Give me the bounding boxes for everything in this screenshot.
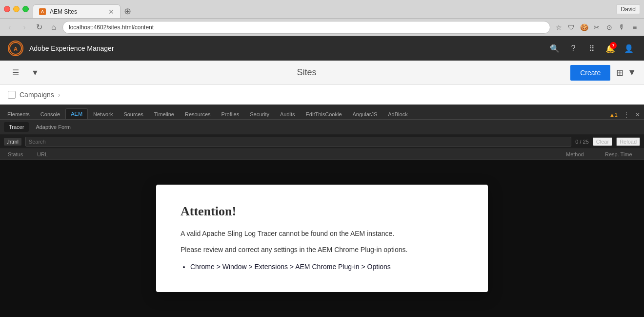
subtab-tracer[interactable]: Tracer: [4, 122, 29, 132]
view-columns-icon[interactable]: ⊞: [616, 67, 624, 78]
breadcrumb-checkbox[interactable]: [8, 91, 16, 99]
menu-icon[interactable]: ≡: [629, 22, 640, 33]
col-resp: Resp. Time: [601, 151, 640, 157]
devtools-more-icon[interactable]: ⋮: [622, 110, 631, 119]
address-bar-icons: ☆ 🛡 🍪 ✂ ⊙ 🎙 ≡: [553, 22, 640, 33]
emoji-icon[interactable]: 🍪: [579, 22, 589, 33]
tab-timeline[interactable]: Timeline: [149, 109, 180, 119]
tab-network[interactable]: Network: [88, 109, 118, 119]
breadcrumb-arrow-icon: ›: [58, 91, 60, 99]
notifications-icon[interactable]: 🔔 7: [603, 41, 618, 56]
devtools-content: Attention! A valid Apache Sling Log Trac…: [0, 160, 644, 317]
mic-icon[interactable]: 🎙: [617, 22, 627, 33]
create-button[interactable]: Create: [570, 65, 610, 81]
tab-security[interactable]: Security: [244, 109, 275, 119]
close-button[interactable]: [4, 6, 10, 12]
col-url: URL: [33, 151, 562, 157]
help-icon[interactable]: ?: [566, 41, 581, 56]
warning-badge: ▲1: [607, 111, 620, 119]
toolbar-title: Sites: [43, 67, 570, 78]
subtab-adaptive-form[interactable]: Adaptive Form: [31, 122, 76, 132]
back-button[interactable]: ‹: [4, 21, 16, 33]
tab-editthiscookie[interactable]: EditThisCookie: [301, 109, 347, 119]
tab-console[interactable]: Console: [35, 109, 65, 119]
devtools-panel: Elements Console AEM Network Sources Tim…: [0, 105, 644, 317]
browser-frame: A AEM Sites ✕ ⊕ David ‹ › ↻ ⌂ localhost:…: [0, 0, 644, 317]
reload-button[interactable]: Reload: [616, 137, 640, 146]
forward-button[interactable]: ›: [19, 21, 30, 33]
clear-button[interactable]: Clear: [593, 137, 612, 146]
attention-modal: Attention! A valid Apache Sling Log Trac…: [156, 185, 488, 292]
reload-button[interactable]: ↻: [33, 21, 45, 33]
col-status: Status: [4, 151, 33, 157]
shield-icon[interactable]: 🛡: [566, 22, 577, 33]
aem-logo: A: [8, 41, 23, 56]
notification-badge: 7: [610, 42, 617, 49]
address-bar: ‹ › ↻ ⌂ localhost:4602/sites.html/conten…: [0, 19, 644, 36]
minimize-button[interactable]: [13, 6, 20, 12]
info-icon[interactable]: ▼: [27, 65, 43, 81]
tab-adblock[interactable]: AdBlock: [382, 109, 413, 119]
tab-aem[interactable]: AEM: [65, 108, 88, 119]
maximize-button[interactable]: [22, 6, 29, 12]
breadcrumb-bar: Campaigns ›: [0, 85, 644, 105]
search-icon[interactable]: 🔍: [547, 41, 562, 56]
extension-icon[interactable]: ✂: [591, 22, 602, 33]
aem-header-icons: 🔍 ? ⠿ 🔔 7 👤: [547, 41, 636, 56]
aem-logo-svg: A: [9, 42, 22, 55]
new-tab-button[interactable]: ⊕: [121, 4, 134, 18]
traffic-lights: [4, 6, 29, 12]
filter-search-input[interactable]: [25, 137, 571, 147]
address-input[interactable]: localhost:4602/sites.html/content: [62, 21, 550, 34]
circle-icon[interactable]: ⊙: [604, 22, 615, 33]
svg-text:A: A: [14, 46, 18, 52]
address-text: localhost:4602/sites.html/content: [69, 24, 154, 31]
apps-icon[interactable]: ⠿: [584, 41, 599, 56]
tab-elements[interactable]: Elements: [2, 109, 35, 119]
modal-list-item: Chrome > Window > Extensions > AEM Chrom…: [190, 261, 463, 273]
devtools-tab-bar: Elements Console AEM Network Sources Tim…: [0, 105, 644, 120]
devtools-subtabs: Tracer Adaptive Form: [0, 120, 644, 134]
aem-app: A Adobe Experience Manager 🔍 ? ⠿ 🔔 7 👤 ☰…: [0, 36, 644, 317]
modal-overlay: Attention! A valid Apache Sling Log Trac…: [0, 160, 644, 317]
devtools-table-header: Status URL Method Resp. Time: [0, 149, 644, 160]
modal-title: Attention!: [181, 204, 463, 219]
browser-tab[interactable]: A AEM Sites ✕: [33, 4, 121, 18]
modal-list: Chrome > Window > Extensions > AEM Chrom…: [190, 261, 463, 273]
tab-favicon: A: [39, 8, 46, 15]
tab-title: AEM Sites: [50, 8, 77, 15]
devtools-close-icon[interactable]: ✕: [633, 110, 642, 119]
tab-sources[interactable]: Sources: [118, 109, 148, 119]
aem-header: A Adobe Experience Manager 🔍 ? ⠿ 🔔 7 👤: [0, 36, 644, 61]
tab-audits[interactable]: Audits: [275, 109, 301, 119]
user-icon[interactable]: 👤: [622, 41, 636, 56]
devtools-tabs-right: ▲1 ⋮ ✕: [607, 110, 642, 119]
tab-profiles[interactable]: Profiles: [216, 109, 245, 119]
user-badge: David: [616, 4, 640, 14]
toolbar-left: ☰ ▼: [8, 65, 43, 81]
devtools-filter-bar: .html 0 / 25 Clear Reload: [0, 134, 644, 149]
tab-resources[interactable]: Resources: [180, 109, 216, 119]
title-bar: A AEM Sites ✕ ⊕ David: [0, 0, 644, 19]
sidebar-toggle-button[interactable]: ☰: [8, 65, 23, 81]
toolbar-right: ⊞ ▼: [616, 67, 636, 78]
col-method: Method: [562, 151, 601, 157]
modal-body-1: A valid Apache Sling Log Tracer cannot b…: [181, 229, 463, 239]
home-button[interactable]: ⌂: [48, 21, 60, 33]
filter-count: 0 / 25: [575, 139, 589, 145]
view-toggle-icon[interactable]: ▼: [627, 67, 636, 78]
breadcrumb-item: Campaigns: [20, 91, 54, 99]
tab-angularjs[interactable]: AngularJS: [347, 109, 383, 119]
aem-app-title: Adobe Experience Manager: [29, 44, 114, 52]
modal-body-2: Please review and correct any settings i…: [181, 245, 463, 255]
tab-bar: A AEM Sites ✕ ⊕: [33, 0, 612, 18]
filter-html[interactable]: .html: [4, 138, 21, 146]
bookmark-icon[interactable]: ☆: [553, 22, 564, 33]
aem-toolbar: ☰ ▼ Sites Create ⊞ ▼: [0, 61, 644, 85]
tab-close-icon[interactable]: ✕: [108, 8, 114, 16]
